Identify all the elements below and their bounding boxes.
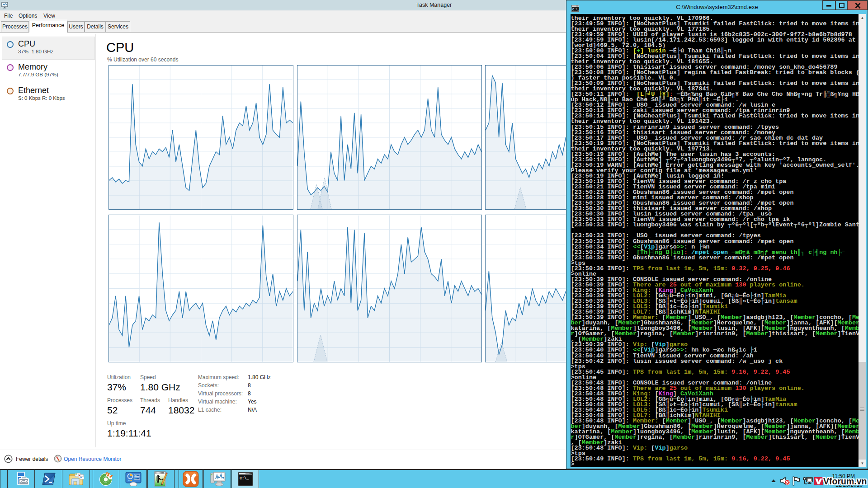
svg-text:C:\_: C:\_ — [240, 476, 249, 481]
